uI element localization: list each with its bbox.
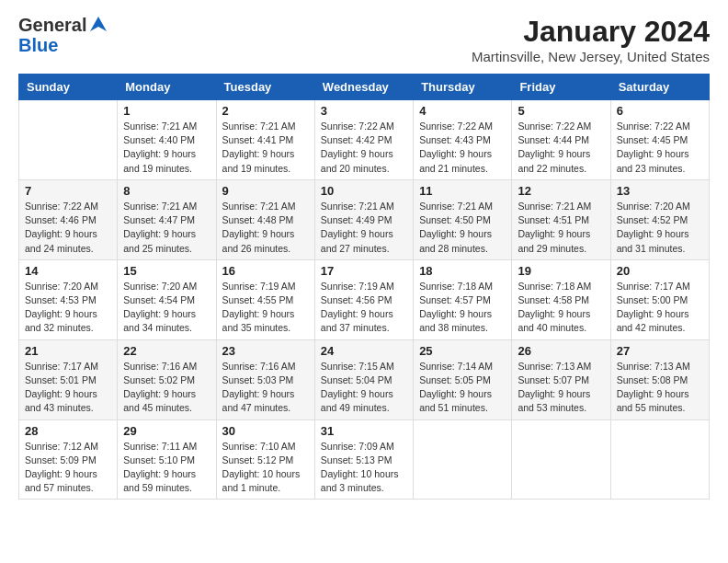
calendar-cell: 6Sunrise: 7:22 AMSunset: 4:45 PMDaylight… bbox=[610, 100, 709, 180]
day-info: Sunrise: 7:20 AMSunset: 4:53 PMDaylight:… bbox=[25, 280, 111, 336]
day-number: 26 bbox=[518, 344, 604, 358]
sunrise-text: Sunrise: 7:19 AM bbox=[222, 280, 309, 293]
page-header: General Blue January 2024 Martinsville, … bbox=[18, 15, 710, 64]
daylight-text: Daylight: 9 hours and 43 minutes. bbox=[25, 387, 111, 415]
calendar-cell: 22Sunrise: 7:16 AMSunset: 5:02 PMDayligh… bbox=[118, 339, 216, 419]
sunset-text: Sunset: 5:07 PM bbox=[518, 373, 604, 387]
sunset-text: Sunset: 4:58 PM bbox=[518, 293, 604, 307]
daylight-text: Daylight: 9 hours and 23 minutes. bbox=[617, 147, 703, 175]
day-info: Sunrise: 7:22 AMSunset: 4:45 PMDaylight:… bbox=[617, 120, 703, 176]
sunset-text: Sunset: 4:49 PM bbox=[321, 213, 407, 227]
sunset-text: Sunset: 4:55 PM bbox=[222, 293, 309, 307]
daylight-text: Daylight: 9 hours and 32 minutes. bbox=[25, 307, 111, 335]
daylight-text: Daylight: 9 hours and 35 minutes. bbox=[222, 307, 309, 335]
calendar-cell bbox=[512, 419, 610, 500]
day-number: 24 bbox=[321, 344, 407, 358]
calendar-cell: 29Sunrise: 7:11 AMSunset: 5:10 PMDayligh… bbox=[118, 419, 216, 500]
day-info: Sunrise: 7:21 AMSunset: 4:51 PMDaylight:… bbox=[518, 200, 604, 256]
calendar-week-row: 1Sunrise: 7:21 AMSunset: 4:40 PMDaylight… bbox=[19, 100, 710, 180]
day-info: Sunrise: 7:22 AMSunset: 4:44 PMDaylight:… bbox=[518, 120, 604, 176]
day-number: 19 bbox=[518, 264, 604, 278]
day-info: Sunrise: 7:22 AMSunset: 4:43 PMDaylight:… bbox=[419, 120, 506, 176]
day-info: Sunrise: 7:11 AMSunset: 5:10 PMDaylight:… bbox=[123, 440, 210, 496]
sunrise-text: Sunrise: 7:21 AM bbox=[123, 200, 210, 213]
day-number: 5 bbox=[518, 104, 604, 118]
sunset-text: Sunset: 5:09 PM bbox=[25, 454, 111, 467]
calendar-week-row: 14Sunrise: 7:20 AMSunset: 4:53 PMDayligh… bbox=[19, 259, 710, 339]
calendar-cell: 16Sunrise: 7:19 AMSunset: 4:55 PMDayligh… bbox=[216, 259, 314, 339]
day-info: Sunrise: 7:21 AMSunset: 4:47 PMDaylight:… bbox=[123, 200, 210, 256]
location-subtitle: Martinsville, New Jersey, United States bbox=[472, 49, 710, 64]
day-info: Sunrise: 7:18 AMSunset: 4:57 PMDaylight:… bbox=[419, 280, 506, 336]
calendar-cell: 18Sunrise: 7:18 AMSunset: 4:57 PMDayligh… bbox=[414, 259, 512, 339]
day-info: Sunrise: 7:12 AMSunset: 5:09 PMDaylight:… bbox=[25, 440, 111, 496]
calendar-cell bbox=[610, 419, 709, 500]
daylight-text: Daylight: 9 hours and 31 minutes. bbox=[617, 227, 703, 255]
calendar-cell: 23Sunrise: 7:16 AMSunset: 5:03 PMDayligh… bbox=[216, 339, 314, 419]
sunset-text: Sunset: 5:13 PM bbox=[321, 454, 407, 467]
day-header-saturday: Saturday bbox=[610, 75, 709, 100]
day-number: 11 bbox=[419, 184, 506, 198]
calendar-cell: 13Sunrise: 7:20 AMSunset: 4:52 PMDayligh… bbox=[610, 179, 709, 259]
sunrise-text: Sunrise: 7:15 AM bbox=[321, 360, 407, 373]
logo-bird-icon bbox=[88, 15, 108, 35]
sunset-text: Sunset: 5:08 PM bbox=[617, 373, 703, 387]
day-number: 28 bbox=[25, 424, 111, 438]
calendar-cell bbox=[19, 100, 118, 180]
day-number: 9 bbox=[222, 184, 309, 198]
sunrise-text: Sunrise: 7:21 AM bbox=[419, 200, 506, 213]
day-header-wednesday: Wednesday bbox=[314, 75, 413, 100]
sunrise-text: Sunrise: 7:18 AM bbox=[518, 280, 604, 293]
day-info: Sunrise: 7:09 AMSunset: 5:13 PMDaylight:… bbox=[321, 440, 407, 496]
day-number: 23 bbox=[222, 344, 309, 358]
sunrise-text: Sunrise: 7:12 AM bbox=[25, 440, 111, 454]
sunset-text: Sunset: 4:48 PM bbox=[222, 213, 309, 227]
sunset-text: Sunset: 4:47 PM bbox=[123, 213, 210, 227]
day-number: 13 bbox=[617, 184, 703, 198]
calendar-cell: 27Sunrise: 7:13 AMSunset: 5:08 PMDayligh… bbox=[610, 339, 709, 419]
daylight-text: Daylight: 10 hours and 1 minute. bbox=[222, 467, 309, 495]
calendar-cell: 26Sunrise: 7:13 AMSunset: 5:07 PMDayligh… bbox=[512, 339, 610, 419]
day-number: 30 bbox=[222, 424, 309, 438]
day-info: Sunrise: 7:10 AMSunset: 5:12 PMDaylight:… bbox=[222, 440, 309, 496]
sunset-text: Sunset: 5:10 PM bbox=[123, 454, 210, 467]
day-number: 22 bbox=[123, 344, 210, 358]
calendar-cell: 30Sunrise: 7:10 AMSunset: 5:12 PMDayligh… bbox=[216, 419, 314, 500]
days-header-row: SundayMondayTuesdayWednesdayThursdayFrid… bbox=[19, 75, 710, 100]
sunrise-text: Sunrise: 7:20 AM bbox=[25, 280, 111, 293]
daylight-text: Daylight: 9 hours and 22 minutes. bbox=[518, 147, 604, 175]
day-header-monday: Monday bbox=[118, 75, 216, 100]
sunset-text: Sunset: 5:00 PM bbox=[617, 293, 703, 307]
day-number: 10 bbox=[321, 184, 407, 198]
day-number: 2 bbox=[222, 104, 309, 118]
sunset-text: Sunset: 4:56 PM bbox=[321, 293, 407, 307]
day-header-friday: Friday bbox=[512, 75, 610, 100]
day-number: 1 bbox=[123, 104, 210, 118]
daylight-text: Daylight: 9 hours and 45 minutes. bbox=[123, 387, 210, 415]
sunrise-text: Sunrise: 7:22 AM bbox=[419, 120, 506, 133]
day-info: Sunrise: 7:18 AMSunset: 4:58 PMDaylight:… bbox=[518, 280, 604, 336]
day-info: Sunrise: 7:20 AMSunset: 4:54 PMDaylight:… bbox=[123, 280, 210, 336]
sunrise-text: Sunrise: 7:22 AM bbox=[25, 200, 111, 213]
calendar-cell: 8Sunrise: 7:21 AMSunset: 4:47 PMDaylight… bbox=[118, 179, 216, 259]
sunset-text: Sunset: 5:12 PM bbox=[222, 454, 309, 467]
daylight-text: Daylight: 9 hours and 27 minutes. bbox=[321, 227, 407, 255]
sunset-text: Sunset: 5:01 PM bbox=[25, 373, 111, 387]
calendar-week-row: 28Sunrise: 7:12 AMSunset: 5:09 PMDayligh… bbox=[19, 419, 710, 500]
daylight-text: Daylight: 9 hours and 26 minutes. bbox=[222, 227, 309, 255]
sunrise-text: Sunrise: 7:14 AM bbox=[419, 360, 506, 373]
day-header-thursday: Thursday bbox=[414, 75, 512, 100]
day-number: 21 bbox=[25, 344, 111, 358]
sunset-text: Sunset: 4:46 PM bbox=[25, 213, 111, 227]
calendar-cell: 7Sunrise: 7:22 AMSunset: 4:46 PMDaylight… bbox=[19, 179, 118, 259]
calendar-cell: 2Sunrise: 7:21 AMSunset: 4:41 PMDaylight… bbox=[216, 100, 314, 180]
day-info: Sunrise: 7:20 AMSunset: 4:52 PMDaylight:… bbox=[617, 200, 703, 256]
day-info: Sunrise: 7:17 AMSunset: 5:01 PMDaylight:… bbox=[25, 360, 111, 416]
daylight-text: Daylight: 9 hours and 37 minutes. bbox=[321, 307, 407, 335]
day-number: 25 bbox=[419, 344, 506, 358]
day-number: 6 bbox=[617, 104, 703, 118]
calendar-week-row: 21Sunrise: 7:17 AMSunset: 5:01 PMDayligh… bbox=[19, 339, 710, 419]
day-number: 3 bbox=[321, 104, 407, 118]
daylight-text: Daylight: 9 hours and 57 minutes. bbox=[25, 467, 111, 495]
sunrise-text: Sunrise: 7:21 AM bbox=[321, 200, 407, 213]
